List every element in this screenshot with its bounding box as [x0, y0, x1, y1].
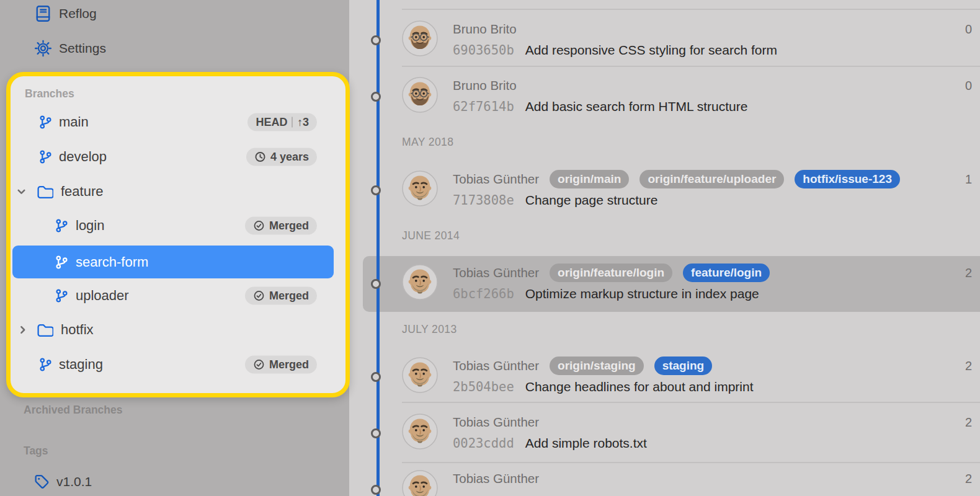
avatar [402, 77, 438, 113]
ref-badge-hotfix-issue-123[interactable]: hotfix/issue-123 [795, 170, 900, 188]
tag-label: v1.0.1 [56, 474, 92, 489]
chevron-right-icon[interactable] [17, 325, 28, 335]
clock-icon [254, 151, 266, 163]
commit-date-truncated: 2 [965, 356, 972, 375]
git-branch-icon [55, 219, 69, 233]
commit-row-selected[interactable]: Tobias Günther origin/feature/login feat… [349, 264, 980, 307]
ahead-count: ↑3 [297, 116, 309, 129]
commit-row[interactable]: Tobias Günther origin/staging staging 2b… [349, 356, 980, 400]
commit-message: Add simple robots.txt [525, 436, 647, 451]
ref-badge-origin-staging[interactable]: origin/staging [550, 356, 644, 375]
commit-author: Tobias Günther [453, 172, 539, 187]
commit-hash: 6bcf266b [453, 286, 514, 301]
commit-author: Tobias Günther [453, 265, 539, 280]
gear-icon [35, 40, 51, 57]
avatar [402, 170, 438, 206]
git-branch-icon [55, 289, 69, 303]
commit-message: Add basic search form HTML structure [525, 99, 748, 114]
commit-hash: 7173808e [453, 193, 514, 208]
branch-item-develop[interactable]: develop 4 years [11, 144, 345, 169]
branches-header: Branches [25, 87, 74, 100]
branch-label: develop [59, 149, 107, 165]
head-badge: HEAD ↑3 [247, 113, 317, 131]
branch-item-search-form-selected[interactable]: search-form [12, 246, 334, 278]
branch-label: search-form [76, 254, 148, 270]
badge-divider [292, 117, 293, 128]
commit-hash: 2b504bee [453, 379, 514, 394]
commit-date-truncated: 1 [965, 170, 972, 188]
commit-row[interactable]: Tobias Günther 0023cddd Add simple robot… [349, 413, 980, 456]
branch-folder-feature[interactable]: feature [11, 179, 345, 204]
commit-author: Tobias Günther [453, 471, 539, 486]
git-branch-icon [38, 150, 53, 164]
avatar [402, 414, 438, 450]
commit-author: Tobias Günther [453, 358, 539, 373]
commit-author: Tobias Günther [453, 415, 539, 430]
ref-badge-staging[interactable]: staging [654, 356, 713, 375]
sidebar-item-reflog[interactable]: Reflog [0, 1, 349, 26]
git-branch-icon [38, 358, 53, 372]
avatar [402, 20, 438, 56]
git-branch-icon [38, 115, 53, 130]
row-separator [402, 9, 980, 10]
ref-badge-origin-feature-login[interactable]: origin/feature/login [550, 264, 672, 282]
commit-date-truncated: 2 [965, 469, 972, 488]
book-icon [35, 5, 51, 23]
check-circle-icon [253, 220, 265, 232]
commit-message: Optimize markup structure in index page [525, 286, 759, 301]
tags-header: Tags [24, 445, 48, 458]
branch-item-main[interactable]: main HEAD ↑3 [11, 110, 345, 135]
commit-row-partial[interactable]: Tobias Günther 2 [349, 469, 980, 496]
sidebar-item-label: Settings [59, 41, 106, 56]
commit-date-truncated: 0 [965, 76, 972, 95]
commit-author: Bruno Brito [453, 78, 517, 93]
avatar [402, 357, 438, 393]
commit-message: Change page structure [525, 193, 658, 208]
age-badge: 4 years [246, 148, 317, 166]
chevron-down-icon[interactable] [16, 187, 27, 197]
commit-hash: 0023cddd [453, 436, 514, 451]
archived-branches-header: Archived Branches [24, 404, 123, 417]
branch-label: staging [59, 356, 103, 373]
avatar [402, 470, 438, 496]
commit-message: Change headlines for about and imprint [525, 379, 754, 394]
date-group-header: MAY 2018 [402, 135, 453, 149]
sidebar-item-label: Reflog [59, 6, 97, 21]
row-separator [402, 462, 980, 463]
sidebar-item-tag-v101[interactable]: v1.0.1 [0, 469, 349, 494]
git-client-window: Reflog Settings Archived Branches Tags [0, 0, 980, 496]
branch-label: main [59, 114, 89, 130]
branch-item-staging[interactable]: staging Merged [11, 352, 345, 377]
commit-row[interactable]: Bruno Brito 6903650b Add responsive CSS … [349, 20, 980, 63]
date-group-header: JULY 2013 [402, 322, 457, 336]
folder-icon [37, 185, 53, 199]
commit-date-truncated: 2 [965, 413, 972, 432]
branch-item-uploader[interactable]: uploader Merged [11, 283, 345, 308]
sidebar-item-settings[interactable]: Settings [0, 36, 349, 61]
commit-date-truncated: 0 [965, 20, 972, 38]
merged-badge-text: Merged [269, 290, 309, 303]
branch-folder-label: hotfix [61, 322, 94, 338]
commit-date-truncated: 2 [965, 264, 972, 282]
branch-label: uploader [76, 288, 129, 304]
row-separator [402, 66, 980, 67]
merged-badge-text: Merged [269, 358, 309, 371]
branch-item-login[interactable]: login Merged [11, 213, 345, 238]
branch-folder-hotfix[interactable]: hotfix [11, 317, 345, 342]
commit-hash: 62f7614b [453, 99, 514, 114]
check-circle-icon [253, 290, 265, 302]
commit-row[interactable]: Tobias Günther origin/main origin/featur… [349, 170, 980, 213]
head-badge-text: HEAD [256, 116, 287, 129]
commit-history-list[interactable]: Bruno Brito 6903650b Add responsive CSS … [349, 0, 980, 496]
folder-icon [37, 323, 53, 337]
ref-badge-origin-feature-uploader[interactable]: origin/feature/uploader [639, 170, 784, 188]
ref-badge-origin-main[interactable]: origin/main [550, 170, 629, 188]
merged-badge-text: Merged [269, 219, 309, 232]
branch-folder-label: feature [61, 184, 104, 200]
row-separator [402, 402, 980, 403]
check-circle-icon [253, 359, 265, 371]
ref-badge-feature-login[interactable]: feature/login [683, 264, 770, 282]
commit-row[interactable]: Bruno Brito 62f7614b Add basic search fo… [349, 76, 980, 120]
merged-badge: Merged [245, 356, 317, 374]
branches-highlight-box: Branches main HEAD ↑3 [6, 72, 350, 397]
